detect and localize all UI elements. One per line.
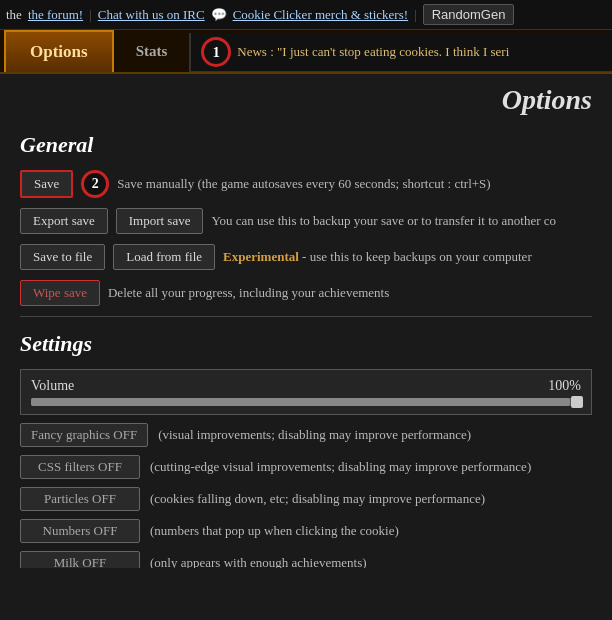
irc-link[interactable]: Chat with us on IRC	[98, 7, 205, 23]
volume-slider[interactable]	[31, 398, 581, 406]
milk-row: Milk OFF (only appears with enough achie…	[20, 551, 592, 568]
milk-desc: (only appears with enough achievements)	[150, 555, 367, 568]
milk-button[interactable]: Milk OFF	[20, 551, 140, 568]
experimental-desc: Experimental - use this to keep backups …	[223, 249, 532, 265]
load-from-file-button[interactable]: Load from file	[113, 244, 215, 270]
wipe-desc: Delete all your progress, including your…	[108, 285, 389, 301]
export-import-row: Export save Import save You can use this…	[20, 208, 592, 234]
nav-separator: |	[89, 7, 92, 23]
numbers-row: Numbers OFF (numbers that pop up when cl…	[20, 519, 592, 543]
css-filters-button[interactable]: CSS filters OFF	[20, 455, 140, 479]
forum-text: the	[6, 7, 22, 23]
wipe-save-button[interactable]: Wipe save	[20, 280, 100, 306]
particles-button[interactable]: Particles OFF	[20, 487, 140, 511]
settings-heading: Settings	[20, 331, 592, 357]
forum-link[interactable]: the forum!	[28, 7, 83, 23]
section-divider	[20, 316, 592, 317]
experimental-label: Experimental	[223, 249, 299, 264]
top-nav: the the forum! | Chat with us on IRC 💬 C…	[0, 0, 612, 30]
export-save-button[interactable]: Export save	[20, 208, 108, 234]
particles-row: Particles OFF (cookies falling down, etc…	[20, 487, 592, 511]
merch-link[interactable]: Cookie Clicker merch & stickers!	[233, 7, 408, 23]
import-save-button[interactable]: Import save	[116, 208, 204, 234]
numbers-button[interactable]: Numbers OFF	[20, 519, 140, 543]
css-filters-row: CSS filters OFF (cutting-edge visual imp…	[20, 455, 592, 479]
news-ticker: 1 News : "I just can't stop eating cooki…	[189, 33, 612, 72]
particles-desc: (cookies falling down, etc; disabling ma…	[150, 491, 485, 507]
save-button[interactable]: Save	[20, 170, 73, 198]
css-filters-desc: (cutting-edge visual improvements; disab…	[150, 459, 531, 475]
news-text: News : "I just can't stop eating cookies…	[237, 44, 509, 60]
save-row: Save 2 Save manually (the game autosaves…	[20, 170, 592, 198]
save-desc: Save manually (the game autosaves every …	[117, 176, 490, 192]
volume-percentage: 100%	[541, 378, 581, 394]
irc-icon: 💬	[211, 7, 227, 23]
volume-label: Volume	[31, 378, 91, 394]
main-content: Options General Save 2 Save manually (th…	[0, 74, 612, 568]
fancy-graphics-desc: (visual improvements; disabling may impr…	[158, 427, 471, 443]
volume-fill	[31, 398, 570, 406]
volume-top-row: Volume 100%	[31, 378, 581, 394]
tab-options[interactable]: Options	[4, 30, 114, 72]
nav-separator2: |	[414, 7, 417, 23]
tabs-area: Options Stats 1 News : "I just can't sto…	[0, 30, 612, 74]
news-badge: 1	[201, 37, 231, 67]
tab-stats[interactable]: Stats	[114, 31, 190, 72]
general-heading: General	[20, 132, 592, 158]
fancy-graphics-row: Fancy graphics OFF (visual improvements;…	[20, 423, 592, 447]
save-badge: 2	[81, 170, 109, 198]
page-title: Options	[20, 74, 592, 122]
numbers-desc: (numbers that pop up when clicking the c…	[150, 523, 399, 539]
randomgen-button[interactable]: RandomGen	[423, 4, 515, 25]
volume-thumb	[571, 396, 583, 408]
transfer-desc: You can use this to backup your save or …	[211, 213, 556, 229]
volume-container: Volume 100%	[20, 369, 592, 415]
wipe-row: Wipe save Delete all your progress, incl…	[20, 280, 592, 306]
fancy-graphics-button[interactable]: Fancy graphics OFF	[20, 423, 148, 447]
save-to-file-button[interactable]: Save to file	[20, 244, 105, 270]
file-row: Save to file Load from file Experimental…	[20, 244, 592, 270]
